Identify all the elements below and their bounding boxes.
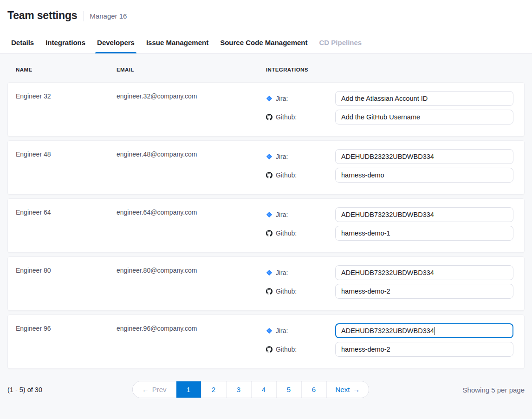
jira-label-group: Jira:	[266, 95, 335, 102]
github-username-input[interactable]: harness-demo-2	[335, 342, 513, 357]
page-number-button[interactable]: 2	[201, 381, 226, 398]
tab-item[interactable]: Developers	[97, 31, 135, 53]
page-number-button[interactable]: 4	[251, 381, 276, 398]
github-input-text: harness-demo-2	[341, 288, 390, 295]
jira-label-group: Jira:	[266, 327, 335, 334]
pagination-range-text: (1 - 5) of 30	[7, 386, 42, 393]
developer-name: Engineer 80	[16, 267, 117, 310]
github-label: Github:	[276, 288, 297, 295]
developer-name: Engineer 64	[16, 209, 117, 252]
github-icon	[266, 230, 272, 236]
jira-account-id-input[interactable]: ADEHUDB73232UBDWBD334	[335, 323, 513, 338]
jira-label-group: Jira:	[266, 269, 335, 276]
developer-name: Engineer 32	[16, 92, 117, 136]
github-icon	[266, 172, 272, 178]
jira-icon	[266, 327, 272, 334]
github-label: Github:	[276, 171, 297, 179]
developer-row: Engineer 96 engineer.96@company.com	[7, 314, 525, 369]
github-icon	[266, 288, 272, 295]
jira-label: Jira:	[276, 269, 288, 276]
developer-row: Engineer 32 engineer.32@company.com	[7, 82, 525, 137]
github-label: Github:	[276, 346, 297, 353]
jira-label-group: Jira:	[266, 153, 335, 160]
developer-email: engineer.80@company.com	[117, 267, 266, 310]
jira-icon	[266, 269, 272, 276]
developer-email: engineer.32@company.com	[117, 92, 266, 136]
tab-bar: Details Integrations Developers Issue Ma…	[0, 31, 532, 54]
table-column-headers: NAME EMAIL INTEGRATIONS	[7, 67, 525, 72]
jira-icon	[266, 211, 272, 218]
github-integration-row: Github: Add the GitHub Username	[266, 110, 513, 124]
tab-item[interactable]: Issue Management	[146, 31, 208, 53]
github-label: Github:	[276, 229, 297, 237]
jira-input-text: ADEHUDB73232UBDWBD334	[341, 327, 434, 334]
developer-row: Engineer 80 engineer.80@company.com	[7, 256, 525, 311]
per-page-text: Showing 5 per page	[463, 386, 525, 393]
right-arrow-icon: →	[353, 386, 360, 393]
team-settings-page: Team settings Manager 16 Details Integra…	[0, 0, 532, 419]
developer-email: engineer.48@company.com	[117, 151, 266, 194]
jira-icon	[266, 153, 272, 160]
github-username-input[interactable]: harness-demo	[335, 168, 513, 183]
left-arrow-icon: ←	[142, 386, 149, 393]
integrations-cell: Jira: ADEHUDB23232UBDWBD334	[266, 149, 513, 194]
github-label-group: Github:	[266, 113, 335, 121]
jira-integration-row: Jira: ADEHUDB73232UBDWBD334	[266, 265, 513, 280]
github-input-text: harness-demo-2	[341, 346, 390, 353]
integrations-cell: Jira: ADEHUDB73232UBDWBD334	[266, 265, 513, 310]
jira-label: Jira:	[276, 327, 288, 334]
github-username-input[interactable]: harness-demo-1	[335, 226, 513, 241]
github-username-input[interactable]: Add the GitHub Username	[335, 110, 513, 124]
github-icon	[266, 346, 272, 353]
jira-integration-row: Jira: ADEHUDB73232UBDWBD334	[266, 207, 513, 222]
page-number-button[interactable]: 3	[226, 381, 251, 398]
title-divider	[84, 11, 84, 21]
prev-page-button[interactable]: ← Prev	[133, 381, 176, 398]
column-header-email: EMAIL	[117, 67, 266, 72]
github-username-input[interactable]: harness-demo-2	[335, 284, 513, 299]
developer-row: Engineer 64 engineer.64@company.com	[7, 198, 525, 253]
jira-account-id-input[interactable]: ADEHUDB23232UBDWBD334	[335, 149, 513, 164]
jira-input-text: ADEHUDB73232UBDWBD334	[341, 211, 434, 218]
page-subtitle: Manager 16	[90, 12, 127, 20]
jira-account-id-input[interactable]: ADEHUDB73232UBDWBD334	[335, 265, 513, 280]
jira-integration-row: Jira: ADEHUDB23232UBDWBD334	[266, 149, 513, 164]
jira-account-id-input[interactable]: ADEHUDB73232UBDWBD334	[335, 207, 513, 222]
developers-panel: NAME EMAIL INTEGRATIONS Engineer 32 engi…	[0, 54, 532, 419]
tab-item[interactable]: Integrations	[45, 31, 85, 53]
column-header-name: NAME	[16, 67, 117, 72]
text-cursor	[435, 327, 435, 335]
page-number-button[interactable]: 6	[301, 381, 326, 398]
page-number-button[interactable]: 1	[176, 381, 201, 398]
next-page-button[interactable]: Next →	[326, 381, 369, 398]
pager: ← Prev 1 2 3 4 5 6 Next →	[132, 381, 370, 398]
column-header-integrations: INTEGRATIONS	[266, 67, 516, 72]
github-integration-row: Github: harness-demo-2	[266, 342, 513, 357]
tab-item[interactable]: Details	[11, 31, 34, 53]
github-input-text: harness-demo	[341, 171, 384, 179]
integrations-cell: Jira: ADEHUDB73232UBDWBD334	[266, 207, 513, 252]
jira-label-group: Jira:	[266, 211, 335, 218]
next-label: Next	[336, 386, 350, 393]
jira-integration-row: Jira: Add the Atlassian Account ID	[266, 91, 513, 106]
tab-item[interactable]: CD Pipelines	[319, 31, 362, 53]
page-number-button[interactable]: 5	[276, 381, 301, 398]
integrations-cell: Jira: Add the Atlassian Account ID	[266, 91, 513, 136]
github-label-group: Github:	[266, 229, 335, 237]
jira-input-text: ADEHUDB73232UBDWBD334	[341, 269, 434, 276]
developer-email: engineer.64@company.com	[117, 209, 266, 252]
tab-item[interactable]: Source Code Management	[220, 31, 307, 53]
github-input-text: Add the GitHub Username	[341, 113, 420, 121]
integrations-cell: Jira: ADEHUDB73232UBDWBD334	[266, 323, 513, 368]
developer-row: Engineer 48 engineer.48@company.com	[7, 140, 525, 195]
jira-input-text: Add the Atlassian Account ID	[341, 95, 428, 102]
jira-label: Jira:	[276, 211, 288, 218]
github-label-group: Github:	[266, 346, 335, 353]
github-label-group: Github:	[266, 288, 335, 295]
page-title: Team settings	[7, 9, 77, 22]
page-header: Team settings Manager 16	[0, 0, 532, 31]
github-integration-row: Github: harness-demo	[266, 168, 513, 183]
jira-account-id-input[interactable]: Add the Atlassian Account ID	[335, 91, 513, 106]
github-integration-row: Github: harness-demo-2	[266, 284, 513, 299]
jira-integration-row: Jira: ADEHUDB73232UBDWBD334	[266, 323, 513, 338]
